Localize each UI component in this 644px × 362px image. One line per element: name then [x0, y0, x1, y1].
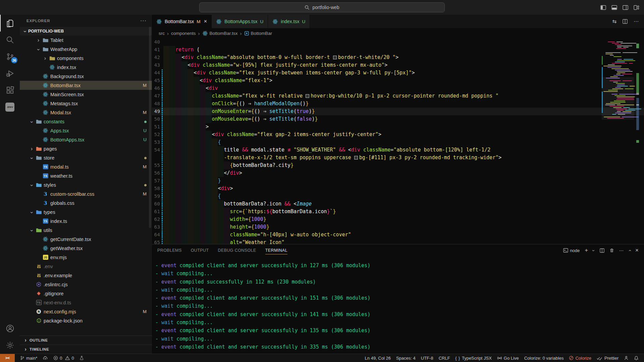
status-prettier[interactable]: Prettier [594, 356, 621, 361]
split-editor-icon[interactable] [623, 19, 628, 24]
breadcrumb-BottomBar[interactable]: BottomBar [244, 31, 272, 36]
panel-tab-output[interactable]: OUTPUT [191, 244, 209, 256]
code-line-wrap[interactable]: -translate-x-1/2 text-sm poppins upperca… [152, 154, 644, 162]
line-number[interactable]: 42 [152, 54, 163, 61]
new-terminal-icon[interactable]: + [585, 247, 588, 254]
code-line-64[interactable]: 64 className="h-[40px] w-auto object-cov… [152, 231, 644, 239]
tab-BottomBar.tsx[interactable]: BottomBar.tsxM× [152, 15, 212, 28]
tree-item-weather.ts[interactable]: TSweather.ts [20, 171, 152, 180]
panel-tab-debug-console[interactable]: DEBUG CONSOLE [218, 244, 256, 256]
line-number[interactable]: 50 [152, 115, 163, 123]
customize-layout-icon[interactable] [634, 5, 639, 10]
line-number[interactable]: 62 [152, 216, 163, 223]
status-problems[interactable]: 00 [51, 354, 76, 362]
tree-item-.eslintrc.cjs[interactable]: .eslintrc.cjs [20, 280, 152, 289]
status-go-live[interactable]: Go Live [494, 356, 522, 361]
activity-settings-icon[interactable] [0, 337, 20, 354]
line-number[interactable]: 60 [152, 200, 163, 208]
status-cursor-position[interactable]: Ln 49, Col 26 [362, 356, 393, 361]
tab-BottomApps.tsx[interactable]: BottomApps.tsxU [212, 15, 268, 28]
breadcrumb-components[interactable]: components [171, 31, 196, 36]
tree-item-BottomApps.tsx[interactable]: BottomApps.tsxU [20, 135, 152, 144]
code-line-47[interactable]: 47 className="flex w-fit relative hover:… [152, 92, 644, 100]
line-number[interactable]: 48 [152, 100, 163, 108]
line-number[interactable]: 65 [152, 239, 163, 244]
toggle-secondary-sidebar-icon[interactable] [623, 5, 628, 10]
line-number[interactable]: 53 [152, 138, 163, 146]
line-number[interactable]: 44 [152, 69, 163, 77]
tree-item-.env[interactable]: .env [20, 262, 152, 271]
tree-item-Tablet[interactable]: ›Tablet [20, 36, 152, 45]
tree-item-modal.ts[interactable]: TSmodal.tsM [20, 162, 152, 171]
activity-search-icon[interactable] [0, 32, 20, 48]
status-colorize[interactable]: Colorize [566, 356, 594, 361]
status-language-mode[interactable]: { }TypeScript JSX [453, 356, 494, 361]
tree-item-components[interactable]: ›components [20, 54, 152, 63]
command-center-search[interactable]: portfolio-web [199, 2, 445, 12]
overview-ruler[interactable] [636, 38, 639, 244]
code-line-48[interactable]: 48 onClick={() ⇒ handleModalOpen()} [152, 100, 644, 108]
tab-index.tsx[interactable]: index.tsxU [268, 15, 310, 28]
status-publish[interactable] [40, 354, 51, 362]
tree-item-types[interactable]: ›types [20, 207, 152, 217]
minimap-slider[interactable] [602, 77, 634, 120]
toggle-sidebar-icon[interactable] [600, 5, 606, 10]
code-line-59[interactable]: 59 { [152, 192, 644, 200]
code-line-65[interactable]: 65 alt="Weather Icon" [152, 239, 644, 244]
code-line-45[interactable]: 45 <div className="flex-1"> [152, 77, 644, 84]
code-line-55[interactable]: 55 {bottomBarData?.city} [152, 162, 644, 169]
tree-item-next.config.mjs[interactable]: Nnext.config.mjsM [20, 307, 152, 316]
code-line-46[interactable]: 46 <div [152, 84, 644, 92]
code-line-56[interactable]: 56 </div> [152, 169, 644, 177]
code-line-63[interactable]: 63 height={1000} [152, 223, 644, 231]
views-more-icon[interactable]: ··· [140, 18, 147, 24]
activity-explorer-icon[interactable] [0, 15, 20, 32]
tree-item-store[interactable]: ›store [20, 153, 152, 162]
line-number[interactable]: 59 [152, 192, 163, 200]
toggle-panel-icon[interactable] [611, 5, 617, 10]
code-line-57[interactable]: 57 } [152, 177, 644, 185]
code-line-49[interactable]: 49 onMouseEnter={() ⇒ setTitle(true)} [152, 108, 644, 115]
status-indentation[interactable]: Spaces: 4 [393, 356, 418, 361]
terminal-output[interactable]: - event compiled client and server succe… [152, 256, 644, 354]
code-line-41[interactable]: 41 return ( [152, 46, 644, 54]
line-number[interactable]: 57 [152, 177, 163, 185]
panel-tab-problems[interactable]: PROBLEMS [157, 244, 182, 256]
code-line-54[interactable]: 54 title && modal.state ≢ "SHOW_WEATHER"… [152, 146, 644, 154]
line-number[interactable]: 45 [152, 77, 163, 84]
tree-item-getCurrentDate.tsx[interactable]: getCurrentDate.tsx [20, 235, 152, 244]
status-eol[interactable]: CRLF [436, 356, 453, 361]
tree-item-env.mjs[interactable]: JSenv.mjs [20, 253, 152, 262]
line-number[interactable]: 41 [152, 46, 163, 54]
tree-item-MainScreen.tsx[interactable]: MainScreen.tsx [20, 90, 152, 99]
tree-item-next-env.d.ts[interactable]: TSnext-env.d.ts [20, 298, 152, 307]
code-line-60[interactable]: 60 bottomBarData?.icon && <Image [152, 200, 644, 208]
breadcrumb-BottomBar.tsx[interactable]: BottomBar.tsx [202, 31, 238, 36]
code-line-50[interactable]: 50 onMouseLeave={() ⇒ setTitle(false)} [152, 115, 644, 123]
activity-run-debug-icon[interactable] [0, 65, 20, 82]
tree-item-pages[interactable]: ›pages [20, 144, 152, 153]
line-number[interactable]: 63 [152, 223, 163, 231]
line-number[interactable]: 43 [152, 61, 163, 69]
terminal-process[interactable]: node [563, 248, 580, 253]
code-line-61[interactable]: 61 src={`https:${bottomBarData.icon}`} [152, 208, 644, 216]
tree-item-package-lock.json[interactable]: jspackage-lock.json [20, 316, 152, 325]
code-line-51[interactable]: 51 > [152, 123, 644, 131]
status-encoding[interactable]: UTF-8 [418, 356, 436, 361]
tree-item-utils[interactable]: ›utils [20, 226, 152, 235]
tree-item-WeatherApp[interactable]: ›WeatherApp [20, 45, 152, 54]
line-number[interactable]: 61 [152, 208, 163, 216]
line-number[interactable]: 51 [152, 123, 163, 131]
code-line-52[interactable]: 52 <div className="flex gap-2 items-cent… [152, 131, 644, 138]
tree-item-.gitignore[interactable]: .gitignore [20, 289, 152, 298]
minimap[interactable] [602, 38, 634, 244]
line-number[interactable]: 47 [152, 92, 163, 100]
tree-item-getWeather.tsx[interactable]: getWeather.tsx [20, 244, 152, 253]
close-panel-icon[interactable]: × [635, 247, 639, 254]
activity-extensions-icon[interactable] [0, 82, 20, 99]
line-number[interactable] [152, 154, 163, 162]
open-changes-icon[interactable]: ⇆ [612, 18, 616, 24]
tree-item-index.ts[interactable]: TSindex.ts [20, 217, 152, 226]
tree-item-index.tsx[interactable]: index.tsx [20, 63, 152, 72]
activity-account-icon[interactable] [0, 320, 20, 337]
